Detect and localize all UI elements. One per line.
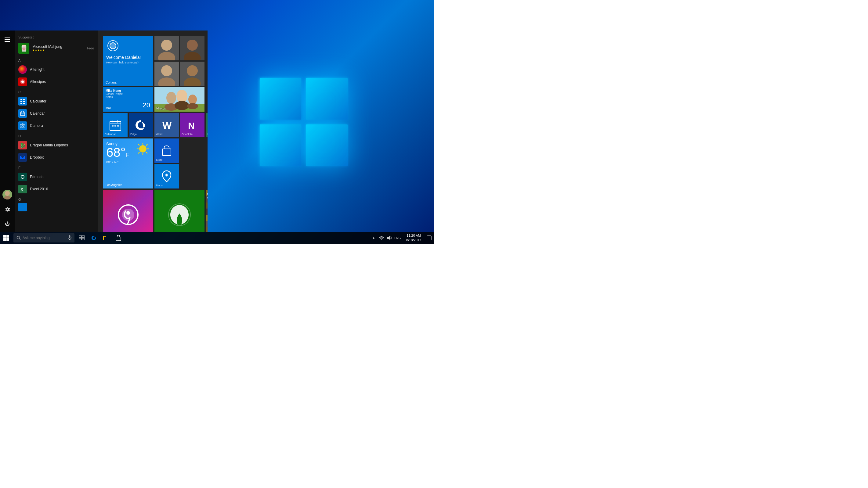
clock-date: 8/18/2017 [406,238,421,242]
svg-rect-4 [5,37,10,38]
svg-point-22 [22,125,24,127]
sidebar-item-afterlight[interactable]: Afterlight [14,63,98,76]
svg-rect-91 [6,235,9,237]
svg-point-41 [175,101,189,110]
sidebar-item-dropbox[interactable]: Dropbox [14,151,98,163]
excel-tile[interactable]: X Excel [206,113,208,137]
picsart-tile[interactable] [103,190,153,232]
mail-sender: Mike Kong [105,89,151,92]
svg-point-28 [161,40,172,51]
mail-count: 20 [143,101,150,109]
weather-tile[interactable]: Sunny 68°F 88° / 67° [103,138,153,189]
hamburger-menu-icon[interactable] [0,33,14,46]
svg-rect-90 [3,235,6,237]
svg-rect-6 [5,41,10,42]
taskbar-edge-icon[interactable] [88,232,100,244]
svg-rect-101 [79,238,82,240]
svg-rect-0 [260,78,301,120]
taskbar-clock[interactable]: 11:20 AM 8/18/2017 [403,232,424,244]
svg-text:W: W [162,120,172,131]
taskbar-explorer-icon[interactable] [100,232,112,244]
maps-tile[interactable]: Maps [154,164,179,189]
taskbar-search[interactable] [13,233,74,242]
notification-center-button[interactable] [424,232,434,244]
svg-rect-16 [23,103,25,104]
edge-tile[interactable]: Edge [129,113,153,137]
svg-point-30 [187,40,198,51]
start-button[interactable] [0,232,12,244]
svg-point-42 [188,95,197,104]
volume-icon[interactable] [385,232,394,244]
tray-expand-icon[interactable] [370,232,377,244]
svg-rect-1 [306,78,348,120]
sidebar-item-camera[interactable]: Camera [14,120,98,132]
svg-point-10 [21,80,24,83]
language-icon[interactable]: ENG [394,232,401,244]
cortana-sub: How can I help you today? [106,61,138,64]
svg-point-69 [126,211,130,215]
xbox-tile[interactable]: Xbox [154,190,205,232]
svg-text:N: N [188,121,195,131]
sidebar-item-excel[interactable]: X Excel 2016 [14,183,98,195]
minecraft-tile[interactable]: MINECRAFT [206,190,208,232]
svg-point-31 [184,52,201,60]
svg-marker-106 [387,236,390,240]
sidebar-item-dragon-mania[interactable]: 🐉 Dragon Mania Legends [14,139,98,151]
settings-icon[interactable] [0,202,14,216]
svg-rect-11 [21,99,22,100]
onenote-tile[interactable]: N OneNote [180,113,205,137]
svg-rect-102 [82,238,85,240]
cortana-tile[interactable]: Welcome Daniela! How can I help you toda… [103,36,153,86]
svg-rect-64 [162,149,171,156]
svg-rect-5 [5,39,10,40]
sidebar-item-g-partial[interactable] [14,202,98,212]
svg-point-105 [381,239,382,240]
svg-line-60 [138,144,140,145]
weather-range: 88° / 67° [106,160,150,164]
word-tile[interactable]: W Word [154,113,179,137]
svg-line-62 [146,144,147,145]
contact-tile-3[interactable] [154,62,179,86]
power-icon[interactable] [0,217,14,231]
network-icon[interactable] [377,232,385,244]
svg-rect-50 [117,125,119,127]
task-view-button[interactable] [76,232,88,244]
section-c: C [14,88,98,95]
svg-rect-99 [79,235,82,237]
sidebar-item-allrecipes[interactable]: Allrecipes [14,76,98,88]
user-avatar-icon[interactable] [0,188,14,201]
svg-text:X: X [21,188,23,191]
sidebar-item-mahjong[interactable]: 🀄 Microsoft Mahjong ★★★★★ Free [14,40,98,56]
svg-point-23 [24,125,24,126]
search-input[interactable] [23,236,62,240]
clock-time: 11:20 AM [406,233,421,238]
photos-label: Photos [156,107,166,110]
desktop: Suggested 🀄 Microsoft Mahjong ★★★★★ Free… [0,0,434,244]
svg-marker-104 [373,237,374,239]
svg-point-35 [184,77,201,86]
system-tray: ENG [368,232,403,244]
calendar-tile[interactable]: Calendar [103,113,128,137]
calculator-icon [18,97,27,105]
svg-rect-96 [69,235,70,238]
windows-logo [255,73,352,171]
store-label: Store [156,158,163,161]
microphone-icon[interactable] [68,235,71,241]
contact-tile-2[interactable] [180,36,205,60]
mahjong-icon: 🀄 [18,43,29,54]
sidebar-item-calendar[interactable]: Calendar [14,107,98,120]
mail-tile[interactable]: Mike Kong School Project Notes 20 Mail [103,87,153,111]
calendar-tile-label: Calendar [105,133,116,136]
svg-line-95 [20,239,21,240]
store-tile[interactable]: Store [154,138,179,163]
svg-point-34 [187,65,198,76]
contact-tile-1[interactable] [154,36,179,60]
sidebar-item-calculator[interactable]: Calculator [14,95,98,107]
taskbar-store-icon[interactable] [112,232,125,244]
sidebar-item-edmodo[interactable]: Edmodo [14,171,98,183]
photos-tile[interactable]: Photos [154,87,205,111]
svg-rect-13 [21,101,22,102]
camera-icon [18,121,27,130]
contact-tile-4[interactable] [180,62,205,86]
tiles-row-4: Sunny 68°F 88° / 67° [103,138,202,189]
